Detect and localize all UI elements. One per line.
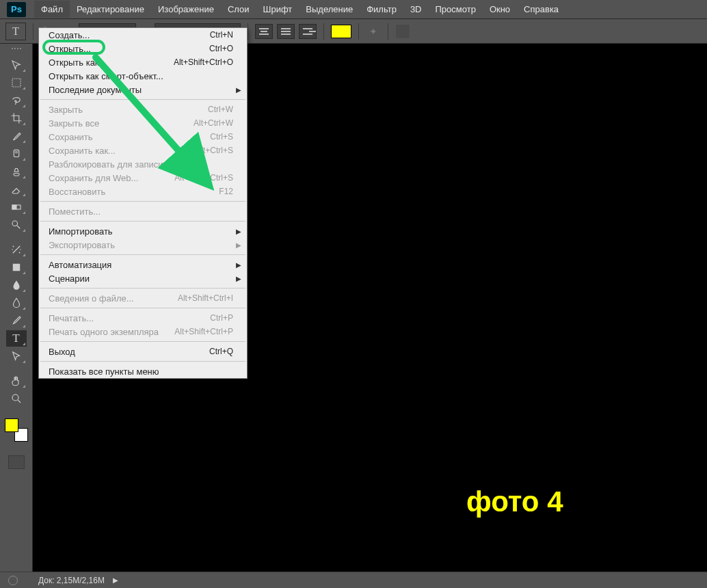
separator — [33, 23, 34, 40]
menu-entry-label: Экспортировать — [49, 240, 115, 250]
menu-entry[interactable]: ВыходCtrl+Q — [39, 345, 247, 358]
menu-entry-shortcut: Ctrl+P — [210, 313, 233, 323]
menu-entry[interactable]: Открыть как...Alt+Shift+Ctrl+O — [39, 55, 247, 69]
panel-grip[interactable] — [5, 48, 27, 53]
path-selection-tool[interactable] — [6, 348, 27, 364]
move-tool[interactable] — [6, 57, 27, 73]
menu-item-окно[interactable]: Окно — [483, 1, 517, 18]
menu-entry: Печатать...Ctrl+P — [39, 311, 247, 325]
menu-entry-label: Открыть как... — [49, 57, 106, 68]
menu-entry-label: Выход — [49, 347, 75, 357]
menu-entry-label: Поместить... — [49, 206, 101, 217]
menu-item-файл[interactable]: Файл — [34, 1, 70, 18]
menu-entry-shortcut: Alt+Ctrl+W — [194, 118, 233, 128]
menu-entry-label: Сохранить для Web... — [49, 173, 138, 183]
menu-entry-shortcut: Shift+Ctrl+S — [189, 146, 233, 155]
menu-entry-shortcut: Ctrl+S — [210, 132, 233, 142]
menu-divider — [40, 308, 245, 308]
menu-entry-label: Автоматизация — [49, 260, 111, 270]
align-left-button[interactable] — [255, 24, 273, 39]
menu-divider — [40, 361, 245, 362]
menu-entry: Экспортировать▶ — [39, 238, 247, 252]
menu-entry[interactable]: Последние документы▶ — [39, 83, 247, 96]
status-icon[interactable] — [8, 576, 18, 585]
eraser-tool[interactable] — [6, 181, 27, 198]
menu-entry-label: Сохранить как... — [49, 146, 116, 156]
menu-entry: ВосстановитьF12 — [39, 185, 247, 198]
menu-entry: Сохранить для Web...Alt+Shift+Ctrl+S — [39, 171, 247, 185]
menu-entry-shortcut: Alt+Shift+Ctrl+P — [174, 327, 233, 336]
menu-item-редактирование[interactable]: Редактирование — [70, 1, 151, 18]
zoom-tool[interactable] — [6, 390, 27, 407]
healing-brush-tool[interactable] — [6, 146, 27, 162]
menu-item-справка[interactable]: Справка — [517, 1, 565, 18]
menu-entry-label: Импортировать — [49, 226, 113, 237]
menu-entry: Сохранить как...Shift+Ctrl+S — [39, 144, 247, 157]
menu-entry: Поместить... — [39, 204, 247, 218]
menu-item-3d[interactable]: 3D — [403, 1, 429, 18]
svg-point-4 — [12, 221, 18, 226]
tools-panel: T — [0, 44, 33, 577]
menu-entry[interactable]: Сценарии▶ — [39, 271, 247, 285]
dodge-tool[interactable] — [6, 217, 27, 233]
menu-divider — [40, 341, 245, 342]
wand-tool[interactable] — [6, 241, 27, 258]
menu-divider — [40, 99, 245, 100]
clone-stamp-tool[interactable] — [6, 163, 27, 180]
brush-tool[interactable] — [6, 312, 27, 329]
svg-point-6 — [12, 395, 18, 401]
menu-entry-shortcut: Ctrl+O — [209, 44, 233, 53]
menu-item-слои[interactable]: Слои — [221, 1, 256, 18]
menu-item-изображение[interactable]: Изображение — [151, 1, 221, 18]
crop-tool[interactable] — [6, 110, 27, 126]
marquee-tool[interactable] — [6, 75, 27, 91]
menu-item-выделение[interactable]: Выделение — [299, 1, 360, 18]
eyedropper-tool[interactable] — [6, 128, 27, 144]
text-color-swatch[interactable] — [331, 25, 351, 38]
menu-entry[interactable]: Создать...Ctrl+N — [39, 28, 247, 42]
lasso-tool[interactable] — [6, 92, 27, 109]
blur-tool[interactable] — [6, 277, 27, 293]
file-menu-dropdown: Создать...Ctrl+NОткрыть...Ctrl+OОткрыть … — [38, 27, 248, 379]
menu-entry: ЗакрытьCtrl+W — [39, 103, 247, 116]
status-doc-info: Док: 2,15M/2,16M — [38, 576, 105, 585]
align-center-button[interactable] — [277, 24, 295, 39]
type-tool[interactable]: T — [6, 330, 27, 347]
menu-entry[interactable]: Автоматизация▶ — [39, 258, 247, 271]
submenu-arrow-icon: ▶ — [236, 86, 241, 94]
menu-entry: Печать одного экземпляраAlt+Shift+Ctrl+P — [39, 325, 247, 338]
menu-divider — [40, 254, 245, 255]
separator — [388, 23, 388, 40]
menu-entry[interactable]: Открыть...Ctrl+O — [39, 42, 247, 55]
quickmask-button[interactable] — [8, 455, 25, 469]
menu-entry-shortcut: Alt+Shift+Ctrl+I — [178, 293, 233, 303]
foreground-color-swatch[interactable] — [5, 418, 18, 432]
sponge-tool[interactable] — [6, 295, 27, 311]
menu-entry: Закрыть всеAlt+Ctrl+W — [39, 116, 247, 130]
svg-rect-3 — [12, 205, 16, 209]
gradient-tool[interactable] — [6, 199, 27, 215]
menu-entry-shortcut: Alt+Shift+Ctrl+S — [174, 173, 233, 183]
menu-entry-shortcut: F12 — [219, 187, 233, 196]
menu-item-фильтр[interactable]: Фильтр — [360, 1, 403, 18]
menu-item-просмотр[interactable]: Просмотр — [429, 1, 483, 18]
color-swatches[interactable] — [5, 418, 28, 442]
menu-entry[interactable]: Открыть как смарт-объект... — [39, 69, 247, 83]
menu-divider — [40, 201, 245, 202]
menu-item-шрифт[interactable]: Шрифт — [256, 1, 299, 18]
menu-entry-label: Сценарии — [49, 273, 90, 284]
shape-tool[interactable] — [6, 259, 27, 276]
menu-entry[interactable]: Показать все пункты меню — [39, 364, 247, 378]
menu-entry[interactable]: Импортировать▶ — [39, 224, 247, 238]
menu-entry-label: Закрыть все — [49, 118, 99, 129]
warp-text-icon[interactable]: ✦ — [366, 24, 381, 39]
toggle-panel-icon[interactable] — [395, 24, 410, 39]
align-right-button[interactable] — [299, 24, 317, 39]
hand-tool[interactable] — [6, 373, 27, 389]
submenu-arrow-icon: ▶ — [236, 275, 241, 282]
svg-rect-1 — [14, 150, 19, 157]
separator — [248, 23, 248, 40]
status-expand-icon[interactable]: ▶ — [113, 576, 118, 584]
menu-entry-label: Печать одного экземпляра — [49, 327, 159, 337]
tool-preset-icon[interactable]: T — [5, 23, 26, 40]
